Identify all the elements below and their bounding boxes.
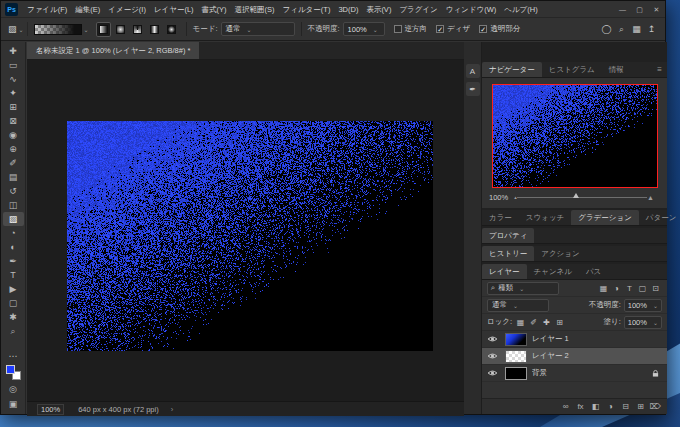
hand-tool[interactable]: ✱ [3,310,24,324]
screen-mode-button[interactable]: ▣ [3,398,24,410]
document-canvas[interactable] [67,121,433,351]
edit-toolbar-button[interactable]: ⋯ [3,350,24,362]
tool-preset-picker[interactable]: ▨ ⌄ [5,22,28,36]
filter-pixel-layers-icon[interactable]: ▦ [597,284,610,293]
menu-view[interactable]: 表示(V) [362,1,395,18]
blend-mode-dropdown[interactable]: 通常 ⌄ [221,22,295,36]
layer-filter-dropdown[interactable]: ⌕ 種類 ⌄ [487,282,559,295]
tab-history[interactable]: ヒストリー [482,246,534,261]
panel-menu-icon[interactable]: ≡ [657,62,667,77]
workspace-switcher-icon[interactable]: ▦ [629,24,644,35]
menu-edit[interactable]: 編集(E) [71,1,104,18]
share-icon[interactable]: ↥ [644,24,659,35]
color-swatches[interactable] [6,365,21,380]
dodge-tool[interactable]: ◐ [3,240,24,254]
navigator-zoom-slider[interactable]: ▴ ▲ [514,192,654,202]
paragraph-panel-icon[interactable]: ✒ [466,82,480,96]
marquee-tool[interactable]: ▭ [3,58,24,72]
tab-paths[interactable]: パス [579,264,608,279]
slider-thumb[interactable] [573,193,579,198]
lock-artboard-icon[interactable]: ⊞ [553,318,566,327]
path-selection-tool[interactable]: ▶ [3,282,24,296]
foreground-color-swatch[interactable] [6,365,15,374]
blur-tool[interactable]: ◔ [3,226,24,240]
brush-tool[interactable]: ✐ [3,156,24,170]
tab-layers[interactable]: レイヤー [482,264,527,279]
lock-image-pixels-icon[interactable]: ✐ [527,318,540,327]
zoom-tool[interactable]: ⌕ [3,324,24,338]
menu-filter[interactable]: フィルター(T) [279,1,335,18]
chevron-down-icon[interactable]: ⌄ [84,26,89,33]
move-tool[interactable]: ✚ [3,44,24,58]
eyedropper-tool[interactable]: ◉ [3,128,24,142]
zoom-level-field[interactable]: 100% [37,404,64,415]
shape-tool[interactable]: ▢ [3,296,24,310]
menu-select[interactable]: 選択範囲(S) [231,1,279,18]
type-tool[interactable]: T [3,268,24,282]
menu-help[interactable]: ヘルプ(H) [500,1,541,18]
tab-gradients[interactable]: グラデーション [571,210,639,225]
tab-navigator[interactable]: ナビゲーター [482,62,542,77]
tab-info[interactable]: 情報 [602,62,631,77]
layer-row-layer1[interactable]: レイヤー 1 [482,331,667,348]
add-layer-mask-icon[interactable]: ◧ [588,402,603,411]
history-brush-tool[interactable]: ↺ [3,184,24,198]
account-icon[interactable]: ◯ [599,24,614,35]
filter-adjustment-layers-icon[interactable]: ◑ [610,284,623,293]
tab-channels[interactable]: チャンネル [527,264,579,279]
layer-row-background[interactable]: 背景 [482,365,667,382]
dither-checkbox[interactable]: ✓ ディザ [436,24,470,34]
healing-brush-tool[interactable]: ⊕ [3,142,24,156]
angle-gradient-button[interactable] [130,22,145,37]
close-button[interactable]: ✕ [648,1,665,18]
maximize-button[interactable]: ▢ [631,1,648,18]
filter-shape-layers-icon[interactable]: ▢ [636,284,649,293]
link-layers-icon[interactable]: ∞ [558,402,573,411]
layer-blend-mode-dropdown[interactable]: 通常 ⌄ [487,299,549,312]
quick-mask-button[interactable]: ◎ [3,383,24,395]
opacity-dropdown[interactable]: 100% ⌄ [343,22,385,36]
diamond-gradient-button[interactable] [164,22,179,37]
search-icon[interactable]: ⌕ [614,24,629,35]
radial-gradient-button[interactable] [113,22,128,37]
frame-tool[interactable]: ⊠ [3,114,24,128]
tab-patterns[interactable]: パターン [639,210,680,225]
lock-transparent-pixels-icon[interactable]: ▦ [514,318,527,327]
crop-tool[interactable]: ⊞ [3,100,24,114]
tab-color[interactable]: カラー [482,210,519,225]
tab-swatches[interactable]: スウォッチ [519,210,571,225]
reverse-checkbox[interactable]: 逆方向 [394,24,428,34]
tab-actions[interactable]: アクション [534,246,586,261]
layer-visibility-icon[interactable] [485,335,500,343]
menu-3d[interactable]: 3D(D) [334,1,362,18]
layer-row-layer2[interactable]: レイヤー 2 [482,348,667,365]
gradient-preview-swatch[interactable] [34,24,82,35]
filter-type-layers-icon[interactable]: T [623,284,636,293]
eraser-tool[interactable]: ◫ [3,198,24,212]
tab-histogram[interactable]: ヒストグラム [542,62,602,77]
clone-stamp-tool[interactable]: ▤ [3,170,24,184]
object-selection-tool[interactable]: ✦ [3,86,24,100]
zoom-in-icon[interactable]: ▲ [647,194,654,201]
new-adjustment-layer-icon[interactable]: ◑ [603,402,618,411]
menu-image[interactable]: イメージ(I) [104,1,150,18]
layer-effects-icon[interactable]: fx [573,402,588,411]
document-tab[interactable]: 名称未設定 1 @ 100% (レイヤー 2, RGB/8#) * [27,42,199,59]
new-layer-icon[interactable]: ⊞ [633,402,648,411]
menu-plugins[interactable]: プラグイン [395,1,441,18]
lock-position-icon[interactable]: ✚ [540,318,553,327]
layer-opacity-dropdown[interactable]: 100% ⌄ [624,299,662,312]
lasso-tool[interactable]: ∿ [3,72,24,86]
layer-fill-dropdown[interactable]: 100% ⌄ [624,316,662,329]
layer-visibility-icon[interactable] [485,352,500,360]
menu-file[interactable]: ファイル(F) [23,1,71,18]
navigator-zoom-value[interactable]: 100% [489,193,508,202]
tab-properties[interactable]: プロパティ [482,228,534,243]
filter-smart-objects-icon[interactable]: ⊡ [649,284,662,293]
character-panel-icon[interactable]: A [466,64,480,78]
transparency-checkbox[interactable]: ✓ 透明部分 [479,24,520,34]
menu-layer[interactable]: レイヤー(L) [150,1,198,18]
menu-window[interactable]: ウィンドウ(W) [442,1,500,18]
gradient-tool[interactable]: ▨ [3,212,24,226]
navigator-proxy-preview[interactable] [492,84,658,188]
